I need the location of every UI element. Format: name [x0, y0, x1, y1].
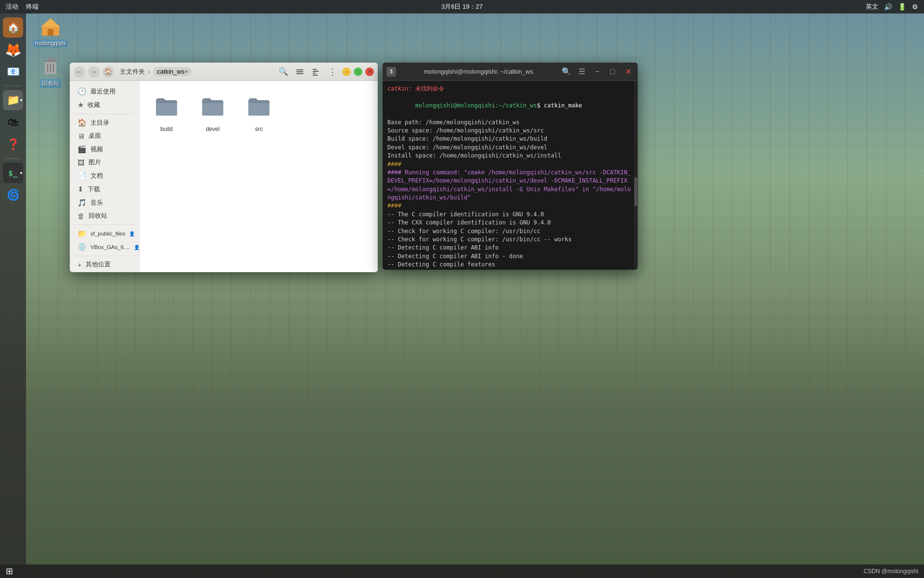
term-app-icon: $ — [386, 67, 396, 77]
fm-close-button[interactable]: ✕ — [365, 67, 374, 76]
sidebar-trash-label: 回收站 — [89, 212, 107, 220]
desktop-icon-trash[interactable]: 回收站 — [31, 54, 70, 88]
dock-icon-home[interactable]: 🏠 — [3, 17, 23, 38]
fm-window-controls: − □ ✕ — [342, 67, 374, 76]
fm-titlebar: ← → 🏠 主文件夹 › catkin_ws ▾ 🔍 — [70, 63, 378, 81]
dock-icon-files[interactable]: 📁 — [3, 90, 23, 110]
file-manager-window: ← → 🏠 主文件夹 › catkin_ws ▾ 🔍 — [70, 63, 378, 272]
sidebar-item-vbox[interactable]: 💿 VBox_GAs_6.... 👤 — [72, 240, 137, 254]
sidebar-desktop-icon: 🖥 — [77, 132, 85, 140]
svg-rect-14 — [313, 73, 316, 74]
sidebar-item-trash[interactable]: 🗑 回收站 — [72, 210, 137, 223]
term-title: molongqishi@molongqishi: ~/catkin_ws — [396, 68, 561, 75]
dock-icon-unknown[interactable]: 🌀 — [3, 185, 23, 205]
sidebar-item-other[interactable]: + 其他位置 — [72, 258, 137, 271]
bookmarks-icon: ★ — [77, 101, 84, 109]
term-close-button[interactable]: ✕ — [622, 66, 634, 78]
sidebar-other-label: 其他位置 — [86, 261, 111, 269]
folder-item-devel[interactable]: devel — [193, 89, 232, 136]
svg-rect-21 — [248, 103, 270, 116]
folder-build-label: build — [160, 126, 172, 132]
term-left-controls: $ — [386, 67, 396, 77]
show-apps-button[interactable]: ⊞ — [6, 566, 13, 577]
folder-devel-label: devel — [206, 126, 220, 132]
sidebar-item-recent[interactable]: 🕐 最近使用 — [72, 85, 137, 98]
battery-icon[interactable]: 🔋 — [898, 3, 906, 11]
folder-item-src[interactable]: src — [240, 89, 278, 136]
sidebar-vbox-icon: 💿 — [77, 243, 87, 251]
folder-item-build[interactable]: build — [147, 89, 186, 136]
fm-sidebar: 🕐 最近使用 ★ 收藏 🏠 主目录 🖥 桌面 🎬 — [70, 81, 140, 272]
sidebar-item-images[interactable]: 🖼 图片 — [72, 156, 137, 169]
terminal-app-label[interactable]: 终端 — [26, 2, 38, 11]
term-line-9: -- Check for working C compiler: /usr/bi… — [387, 236, 633, 244]
datetime-display: 3月6日 19：27 — [441, 2, 483, 11]
term-scrollbar-thumb[interactable] — [634, 177, 637, 206]
sidebar-desktop-label: 桌面 — [89, 132, 101, 140]
sidebar-divider-1 — [74, 114, 135, 114]
fm-sort-button[interactable] — [309, 65, 323, 79]
sidebar-item-sf-public[interactable]: 📁 sf_public_files 👤 — [72, 227, 137, 240]
folder-devel-icon — [200, 92, 225, 123]
taskbar-top-left: 活动 终端 — [6, 2, 38, 11]
sidebar-item-music[interactable]: 🎵 音乐 — [72, 196, 137, 210]
sidebar-item-desktop[interactable]: 🖥 桌面 — [72, 130, 137, 143]
sidebar-docs-icon: 📄 — [77, 171, 87, 180]
terminal-window: $ molongqishi@molongqishi: ~/catkin_ws 🔍… — [383, 63, 638, 270]
trash-label: 回收站 — [40, 79, 61, 88]
term-search-button[interactable]: 🔍 — [561, 66, 572, 78]
fm-forward-button[interactable]: → — [88, 66, 100, 78]
fm-path-current[interactable]: catkin_ws ▾ — [153, 67, 192, 76]
term-scrollbar[interactable] — [634, 81, 638, 270]
sidebar-downloads-label: 下载 — [88, 185, 100, 194]
dock-divider-2 — [4, 158, 22, 159]
fm-home-button[interactable]: 🏠 — [103, 66, 114, 78]
dock-icon-software[interactable]: 🛍 — [3, 112, 23, 132]
fm-minimize-button[interactable]: − — [342, 67, 351, 76]
sidebar-vbox-label: VBox_GAs_6.... — [90, 244, 130, 250]
svg-rect-10 — [296, 71, 303, 72]
volume-icon[interactable]: 🔊 — [884, 3, 892, 11]
term-maximize-button[interactable]: □ — [607, 66, 618, 78]
term-prompt-dollar: $ catkin_make — [537, 102, 582, 109]
settings-icon[interactable]: ⚙ — [912, 3, 918, 11]
sidebar-videos-icon: 🎬 — [77, 145, 87, 154]
sidebar-item-downloads[interactable]: ⬇ 下载 — [72, 183, 137, 196]
dock-icon-help[interactable]: ❓ — [3, 134, 23, 155]
term-line-sep2: #### — [387, 202, 633, 210]
sidebar-item-docs[interactable]: 📄 文档 — [72, 169, 137, 183]
term-line-12: -- Detecting C compile features — [387, 261, 633, 269]
activities-button[interactable]: 活动 — [6, 2, 18, 11]
fm-search-button[interactable]: 🔍 — [277, 65, 290, 79]
fm-maximize-button[interactable]: □ — [354, 67, 362, 76]
desktop-icon-home[interactable]: molongqishi — [31, 14, 70, 47]
sidebar-sf-public-label: sf_public_files — [90, 231, 125, 236]
svg-rect-15 — [313, 75, 318, 76]
dock: 🏠 🦊 📧 📁 🛍 ❓ $_ 🌀 — [0, 13, 26, 565]
fm-back-button[interactable]: ← — [74, 66, 85, 78]
sidebar-music-label: 音乐 — [90, 199, 103, 207]
term-body[interactable]: catkin: 未找到命令 molongqishi@molongqishi:~/… — [383, 81, 638, 270]
dock-icon-firefox[interactable]: 🦊 — [3, 39, 23, 60]
sidebar-images-icon: 🖼 — [77, 158, 85, 167]
term-prompt-text: molongqishi@molongqishi:~/catkin_ws — [415, 102, 537, 109]
svg-rect-13 — [313, 71, 319, 72]
sidebar-item-home[interactable]: 🏠 主目录 — [72, 116, 137, 130]
svg-rect-5 — [48, 58, 53, 61]
sidebar-sf-public-icon: 📁 — [77, 229, 87, 238]
dock-icon-terminal[interactable]: $_ — [3, 163, 23, 183]
term-menu-button[interactable]: ☰ — [576, 66, 588, 78]
fm-more-options-button[interactable]: ⋮ — [326, 65, 339, 79]
term-line-2: Source space: /home/molongqishi/catkin_w… — [387, 127, 633, 135]
sidebar-docs-label: 文档 — [90, 172, 103, 180]
dock-icon-thunderbird[interactable]: 📧 — [3, 62, 23, 82]
term-line-1: Base path: /home/molongqishi/catkin_ws — [387, 118, 633, 127]
term-minimize-button[interactable]: − — [591, 66, 603, 78]
sidebar-images-label: 图片 — [89, 158, 101, 167]
sidebar-item-bookmarks[interactable]: ★ 收藏 — [72, 98, 137, 112]
fm-path-home[interactable]: 主文件夹 — [120, 67, 145, 76]
input-method-indicator[interactable]: 英文 — [866, 2, 878, 11]
sidebar-divider-3 — [74, 256, 135, 256]
fm-view-options-button[interactable] — [293, 65, 307, 79]
sidebar-item-videos[interactable]: 🎬 视频 — [72, 143, 137, 156]
